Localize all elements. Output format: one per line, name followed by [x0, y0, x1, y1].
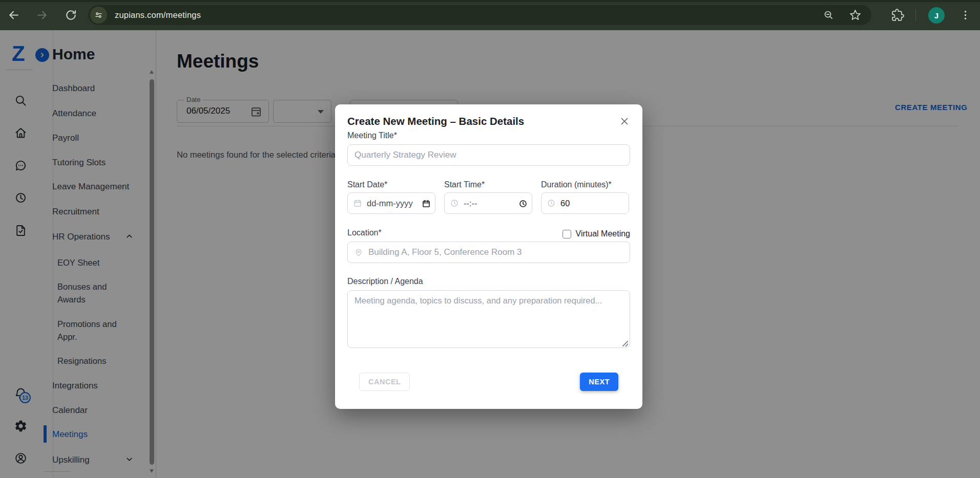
virtual-meeting-checkbox[interactable]	[562, 230, 571, 238]
location-input[interactable]	[347, 242, 630, 263]
browser-toolbar: zupians.com/meetings J	[0, 0, 980, 30]
window-top-edge	[0, 0, 980, 2]
modal-title: Create New Meeting – Basic Details	[347, 115, 524, 127]
extensions-icon[interactable]	[891, 9, 904, 21]
resize-handle[interactable]	[622, 341, 628, 346]
tune-icon	[94, 10, 103, 20]
duration-input[interactable]: 60	[541, 192, 629, 214]
forward-icon[interactable]	[36, 9, 49, 21]
meeting-title-label: Meeting Title*	[347, 131, 630, 142]
meeting-title-input[interactable]	[347, 144, 630, 166]
virtual-meeting-option[interactable]: Virtual Meeting	[562, 229, 630, 238]
calendar-outline-icon	[353, 199, 362, 208]
url-text[interactable]: zupians.com/meetings	[115, 10, 201, 20]
duration-label: Duration (minutes)*	[541, 180, 629, 191]
location-pin-icon	[354, 248, 363, 257]
browser-profile-avatar[interactable]: J	[928, 7, 945, 24]
bookmark-star-icon[interactable]	[849, 9, 861, 21]
start-time-input[interactable]: --:--	[444, 192, 532, 214]
start-time-placeholder: --:--	[464, 199, 477, 208]
toolbar-separator	[915, 9, 916, 21]
description-textarea[interactable]	[347, 290, 630, 348]
start-date-label: Start Date*	[347, 180, 435, 191]
description-label: Description / Agenda	[347, 277, 630, 288]
browser-menu-icon[interactable]	[959, 9, 972, 21]
date-picker-icon[interactable]	[422, 199, 431, 208]
cancel-button[interactable]: CANCEL	[359, 373, 410, 391]
clock-outline-icon	[547, 199, 556, 208]
clock-outline-icon	[450, 199, 459, 208]
avatar-initial: J	[934, 11, 939, 20]
url-bar[interactable]: zupians.com/meetings	[88, 5, 871, 25]
close-icon[interactable]	[619, 116, 630, 127]
virtual-meeting-label: Virtual Meeting	[576, 229, 630, 238]
start-time-label: Start Time*	[444, 180, 532, 191]
next-button[interactable]: NEXT	[580, 373, 618, 391]
zoom-out-icon[interactable]	[823, 9, 835, 21]
start-date-placeholder: dd-mm-yyyy	[367, 199, 413, 208]
start-date-input[interactable]: dd-mm-yyyy	[347, 192, 435, 214]
create-meeting-modal: Create New Meeting – Basic Details Meeti…	[335, 104, 642, 409]
duration-value: 60	[560, 199, 570, 208]
reload-icon[interactable]	[65, 9, 77, 21]
site-settings-button[interactable]	[90, 7, 107, 24]
location-label: Location*	[347, 228, 382, 240]
time-picker-icon[interactable]	[518, 199, 528, 208]
back-icon[interactable]	[7, 9, 20, 21]
